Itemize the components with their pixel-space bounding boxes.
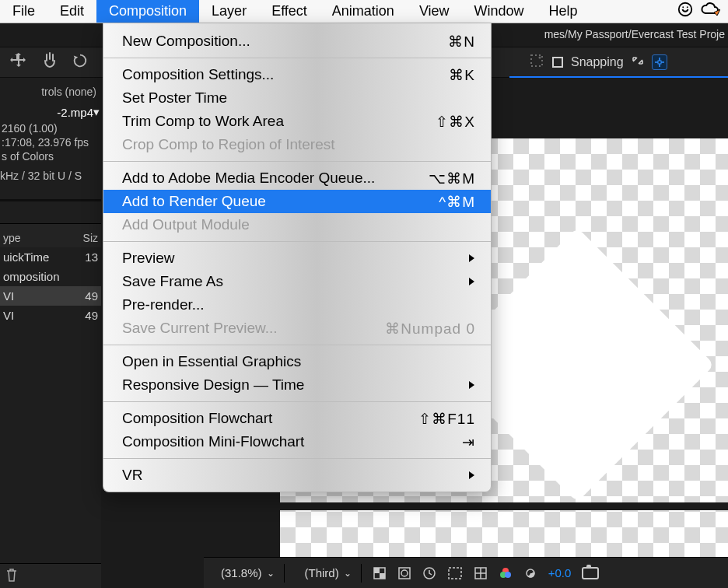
menu-item-add-output-module: Add Output Module (103, 213, 491, 236)
project-row[interactable]: omposition (0, 267, 101, 286)
snapping-label: Snapping (571, 55, 624, 69)
menubar-item-effect[interactable]: Effect (259, 0, 320, 23)
svg-rect-12 (449, 568, 461, 579)
submenu-arrow-icon (467, 254, 475, 263)
menu-item-shortcut: ⇧⌘X (436, 113, 475, 131)
menu-item-composition-mini-flowchart[interactable]: Composition Mini-Flowchart⇥ (103, 430, 491, 453)
project-path-label: mes/My Passport/Evercast Test Proje (544, 28, 725, 40)
menubar-item-help[interactable]: Help (537, 0, 590, 23)
menu-item-new-composition[interactable]: New Composition...⌘N (103, 30, 491, 53)
menubar-item-animation[interactable]: Animation (320, 0, 407, 23)
snapping-expand-icon[interactable] (632, 54, 644, 70)
menu-item-label: Preview (122, 250, 467, 267)
zoom-value: (31.8%) (221, 566, 262, 579)
resolution-dropdown[interactable]: (Third)⌄ (299, 563, 358, 583)
project-row[interactable]: uickTime13 (0, 247, 101, 267)
color-label: s of Colors (0, 149, 101, 163)
cloud-tray-icon[interactable] (700, 1, 720, 22)
menu-item-open-in-essential-graphics[interactable]: Open in Essential Graphics (103, 350, 491, 373)
menu-item-save-frame-as[interactable]: Save Frame As (103, 270, 491, 293)
exposure-value[interactable]: +0.0 (548, 566, 572, 579)
move-tool-icon[interactable] (9, 51, 28, 73)
comp-duration-label: :17:08, 23.976 fps (0, 135, 101, 149)
menu-item-shortcut: ^⌘M (439, 193, 475, 211)
project-list-header[interactable]: ype Siz (0, 223, 101, 247)
project-row[interactable]: VI49 (0, 286, 101, 306)
menu-item-label: Add to Adobe Media Encoder Queue... (122, 170, 429, 187)
menu-item-label: Set Poster Time (122, 89, 475, 107)
menubar-item-edit[interactable]: Edit (47, 0, 96, 23)
menu-item-vr[interactable]: VR (103, 464, 491, 487)
menu-item-trim-comp-to-work-area[interactable]: Trim Comp to Work Area⇧⌘X (103, 110, 491, 133)
submenu-arrow-icon (467, 471, 475, 480)
mac-menubar[interactable]: FileEditCompositionLayerEffectAnimationV… (0, 0, 728, 23)
col-size: Siz (83, 232, 98, 244)
menu-item-label: New Composition... (122, 33, 448, 50)
menubar-item-window[interactable]: Window (462, 0, 537, 23)
menu-item-label: Open in Essential Graphics (122, 353, 475, 370)
col-type: ype (3, 232, 83, 244)
svg-rect-7 (374, 568, 380, 573)
menu-item-label: Add Output Module (122, 216, 475, 233)
snap-to-layer-icon[interactable] (529, 53, 544, 72)
submenu-arrow-icon (467, 380, 475, 390)
svg-point-16 (505, 572, 511, 578)
menu-item-shortcut: ⇥ (462, 433, 475, 451)
svg-point-4 (539, 57, 541, 59)
grid-icon[interactable] (474, 566, 488, 580)
menu-item-crop-comp-to-region-of-interest: Crop Comp to Region of Interest (103, 133, 491, 156)
menu-item-composition-settings[interactable]: Composition Settings...⌘K (103, 63, 491, 86)
hand-tool-icon[interactable] (40, 51, 59, 73)
svg-rect-8 (380, 573, 385, 579)
menu-item-label: Composition Flowchart (122, 410, 418, 427)
menubar-item-view[interactable]: View (407, 0, 462, 23)
menubar-item-file[interactable]: File (0, 0, 47, 23)
snapping-box-icon[interactable] (552, 57, 563, 68)
menubar-item-composition[interactable]: Composition (96, 0, 199, 23)
svg-rect-9 (399, 568, 410, 579)
menu-item-label: Trim Comp to Work Area (122, 113, 436, 130)
color-mgmt-icon[interactable] (499, 566, 513, 580)
menu-item-shortcut: ⌘K (449, 66, 475, 84)
menu-item-label: Composition Mini-Flowchart (122, 433, 462, 450)
menu-item-composition-flowchart[interactable]: Composition Flowchart⇧⌘F11 (103, 407, 491, 430)
menu-item-label: Add to Render Queue (122, 193, 439, 210)
exposure-icon[interactable] (523, 566, 537, 580)
region-icon[interactable] (447, 566, 463, 580)
svg-point-10 (401, 570, 408, 576)
snapshot-icon[interactable] (582, 567, 599, 579)
comp-name-label[interactable]: -2.mp4▾ (0, 103, 101, 121)
menu-item-label: VR (122, 467, 467, 484)
zoom-dropdown[interactable]: (31.8%)⌄ (215, 563, 281, 583)
menu-item-label: Save Current Preview... (122, 320, 385, 337)
menu-item-label: Pre-render... (122, 296, 475, 313)
toggle-mask-icon[interactable] (397, 566, 411, 580)
menu-item-add-to-adobe-media-encoder-queue[interactable]: Add to Adobe Media Encoder Queue...⌥⌘M (103, 166, 491, 190)
menu-item-pre-render[interactable]: Pre-render... (103, 293, 491, 317)
submenu-arrow-icon (467, 277, 475, 286)
menu-item-save-current-preview: Save Current Preview...⌘Numpad 0 (103, 317, 491, 340)
timecode-icon[interactable] (422, 566, 436, 580)
menu-item-add-to-render-queue[interactable]: Add to Render Queue^⌘M (103, 190, 491, 213)
comp-resolution-label: 2160 (1.00) (0, 121, 101, 135)
project-panel-footer (0, 563, 101, 588)
composition-menu[interactable]: New Composition...⌘NComposition Settings… (103, 23, 492, 492)
toggle-alpha-icon[interactable] (373, 566, 387, 580)
menu-item-label: Crop Comp to Region of Interest (122, 136, 475, 153)
project-panel: trols (none) -2.mp4▾ 2160 (1.00) :17:08,… (0, 78, 101, 588)
trash-icon[interactable] (5, 567, 19, 586)
project-row[interactable]: VI49 (0, 306, 101, 325)
menu-item-responsive-design-time[interactable]: Responsive Design — Time (103, 373, 491, 397)
antivirus-tray-icon[interactable] (677, 1, 694, 22)
snapping-crosshair-icon[interactable] (652, 54, 667, 70)
menu-item-set-poster-time[interactable]: Set Poster Time (103, 86, 491, 110)
menu-item-label: Save Frame As (122, 273, 467, 290)
menu-item-preview[interactable]: Preview (103, 247, 491, 270)
svg-point-2 (687, 6, 688, 8)
menu-item-shortcut: ⌘N (448, 33, 475, 51)
rotate-tool-icon[interactable] (72, 52, 89, 72)
svg-point-1 (682, 6, 684, 8)
viewer-footer: (31.8%)⌄ (Third)⌄ +0. (204, 557, 728, 588)
menubar-item-layer[interactable]: Layer (199, 0, 259, 23)
resolution-value: (Third) (305, 566, 339, 579)
